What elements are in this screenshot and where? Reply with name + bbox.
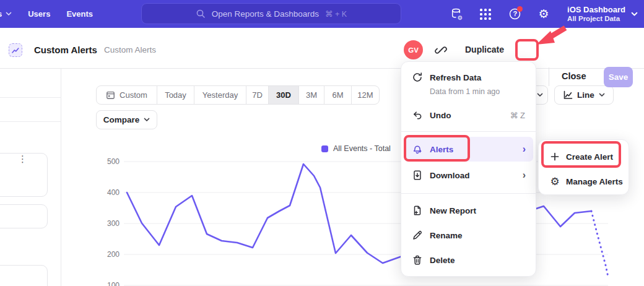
svg-text:400: 400: [107, 188, 120, 197]
sidebar-divider: [0, 97, 61, 98]
page-title: Custom Alerts: [34, 45, 97, 55]
chart-type-dropdown[interactable]: Line: [554, 85, 614, 105]
refresh-icon: [412, 72, 423, 83]
bell-plus-icon: [412, 144, 423, 155]
compare-label: Compare: [103, 115, 140, 124]
top-nav-links: s Users Events: [0, 0, 93, 28]
date-range-label: Today: [165, 90, 186, 100]
chart-type-label: Line: [577, 90, 594, 100]
close-button[interactable]: Close: [562, 71, 586, 81]
chevron-down-icon: [144, 118, 150, 122]
date-range-label: 7D: [252, 90, 263, 100]
sidebar: ⋮: [0, 69, 61, 286]
report-header: Custom Alerts Custom Alerts GV Duplicate…: [0, 28, 644, 69]
date-range-label: 6M: [332, 90, 343, 100]
sidebar-divider: [0, 121, 61, 122]
project-scope: All Project Data: [567, 14, 625, 23]
menu-item-rename[interactable]: Rename: [401, 227, 536, 244]
project-name: iOS Dashboard: [567, 5, 625, 14]
menu-item-refresh-data[interactable]: Refresh Data: [401, 69, 536, 86]
date-range-12m[interactable]: 12M: [352, 86, 379, 104]
alerts-submenu: Create Alert ⚙ Manage Alerts: [538, 139, 629, 195]
line-chart-icon: [563, 90, 573, 100]
save-button[interactable]: Save: [604, 67, 633, 87]
svg-text:⚙: ⚙: [457, 14, 463, 21]
svg-text:100: 100: [107, 281, 120, 286]
more-options-menu: Refresh Data Data from 1 min ago Undo ⌘ …: [401, 61, 536, 277]
menu-item-undo[interactable]: Undo ⌘ Z: [401, 106, 536, 124]
chevron-down-icon: [599, 93, 605, 97]
gear-icon: ⚙: [549, 176, 560, 187]
date-range-label: Yesterday: [202, 90, 238, 100]
kebab-menu-icon[interactable]: ⋮: [18, 157, 27, 161]
search-shortcut: ⌘ + K: [325, 9, 347, 19]
pencil-icon: [412, 230, 423, 241]
date-range-label: 3M: [306, 90, 317, 100]
date-range-30d[interactable]: 30D: [269, 86, 299, 104]
chevron-down-icon: [537, 93, 543, 97]
menu-label: Refresh Data: [430, 73, 481, 82]
menu-label: New Report: [430, 206, 476, 215]
notification-badge: [517, 6, 523, 12]
menu-label: Rename: [430, 231, 463, 240]
undo-icon: [412, 110, 423, 121]
breadcrumb: Custom Alerts: [104, 45, 156, 54]
sidebar-card[interactable]: [0, 265, 48, 286]
data-management-icon[interactable]: ⚙: [450, 7, 463, 21]
share-link-icon[interactable]: [435, 44, 447, 56]
header-divider: [549, 67, 549, 86]
date-range-6m[interactable]: 6M: [324, 86, 352, 104]
svg-text:300: 300: [107, 219, 120, 228]
plus-icon: [549, 151, 560, 162]
date-range-3m[interactable]: 3M: [299, 86, 324, 104]
submenu-chevron-icon: ›: [523, 170, 526, 180]
sidebar-card[interactable]: [0, 204, 48, 228]
menu-item-download[interactable]: Download ›: [401, 167, 536, 184]
app-window: 500400300200100 All Events - Total Custo…: [0, 0, 644, 286]
chevron-down-icon: [6, 12, 12, 16]
submenu-chevron-icon: ›: [523, 144, 526, 154]
submenu-label: Create Alert: [566, 152, 613, 162]
date-range-control: CustomTodayYesterday7D30D3M6M12M: [96, 85, 380, 105]
menu-label: Undo: [430, 111, 451, 120]
nav-item-boards-partial[interactable]: s: [0, 9, 12, 19]
menu-item-alerts[interactable]: Alerts ›: [401, 141, 536, 158]
project-selector[interactable]: iOS Dashboard All Project Data: [567, 5, 638, 23]
top-navigation-bar: s Users Events Open Reports & Dashboards…: [0, 0, 644, 28]
search-input[interactable]: Open Reports & Dashboards ⌘ + K: [141, 3, 401, 24]
search-icon: [196, 9, 206, 19]
date-range-label: 12M: [357, 90, 373, 100]
svg-text:?: ?: [513, 10, 517, 17]
menu-label: Alerts: [430, 145, 453, 154]
compare-button[interactable]: Compare: [96, 110, 157, 129]
sidebar-card[interactable]: ⋮: [0, 153, 48, 197]
report-icon: [9, 43, 22, 57]
help-icon[interactable]: ?: [508, 7, 521, 21]
download-icon: [412, 170, 423, 181]
submenu-item-manage-alerts[interactable]: ⚙ Manage Alerts: [539, 173, 629, 190]
date-range-label: 30D: [276, 90, 291, 100]
apps-grid-icon[interactable]: [479, 7, 492, 21]
menu-label: Delete: [430, 256, 455, 265]
submenu-item-create-alert[interactable]: Create Alert: [539, 148, 629, 165]
date-range-yesterday[interactable]: Yesterday: [194, 86, 246, 104]
svg-text:500: 500: [107, 157, 120, 166]
date-range-today[interactable]: Today: [157, 86, 194, 104]
menu-divider: [401, 131, 536, 132]
legend-swatch: [321, 145, 328, 152]
chart-legend: All Events - Total: [321, 144, 391, 153]
avatar[interactable]: GV: [404, 40, 423, 59]
nav-item-users[interactable]: Users: [28, 9, 50, 19]
nav-item-events[interactable]: Events: [66, 9, 93, 19]
duplicate-button[interactable]: Duplicate: [465, 45, 504, 54]
submenu-label: Manage Alerts: [566, 177, 623, 186]
date-range-custom[interactable]: Custom: [97, 86, 157, 104]
settings-gear-icon[interactable]: ⚙: [537, 7, 550, 21]
date-range-7d[interactable]: 7D: [246, 86, 269, 104]
date-range-label: Custom: [120, 90, 147, 100]
trash-icon: [412, 254, 423, 266]
menu-item-new-report[interactable]: New Report: [401, 202, 536, 219]
chevron-down-icon: [631, 12, 638, 17]
refresh-data-age: Data from 1 min ago: [430, 87, 500, 96]
menu-item-delete[interactable]: Delete: [401, 251, 536, 269]
